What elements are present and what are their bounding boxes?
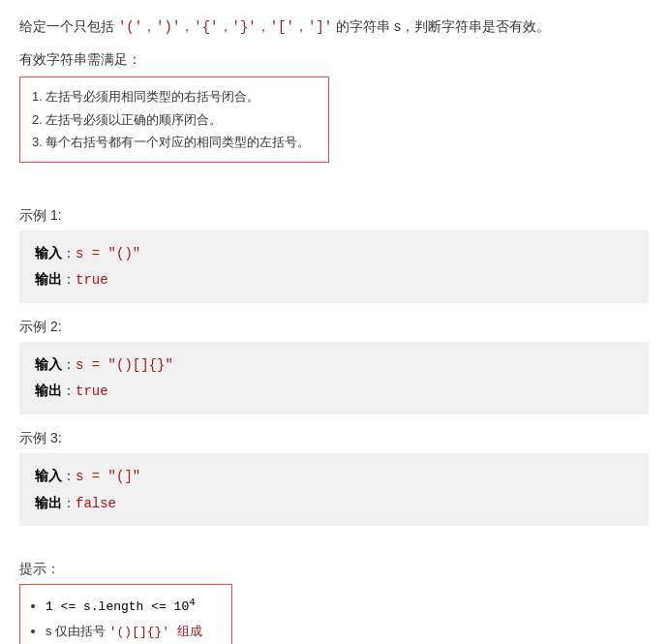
example-1-output: 输出：true: [35, 266, 633, 293]
title-chars: '('，')'，'{'，'}'，'['，']': [118, 19, 332, 35]
example-3-output-label: 输出: [35, 495, 62, 510]
example-1-input: 输入：s = "()": [35, 240, 633, 267]
rule-3: 3. 每个右括号都有一个对应的相同类型的左括号。: [32, 131, 317, 153]
example-3-output-value: false: [76, 496, 116, 511]
example-2-label: 示例 2:: [19, 319, 649, 336]
example-3-input-value: s = "(]": [76, 469, 140, 484]
example-1-box: 输入：s = "()" 输出：true: [19, 230, 649, 303]
example-2-output-value: true: [76, 383, 108, 399]
example-1-input-label: 输入: [35, 245, 62, 261]
hint-label: 提示：: [19, 561, 649, 578]
hint-1-text: 1 <= s.length <= 104: [46, 599, 196, 614]
hint-2: s 仅由括号 '()[]{}' 组成: [46, 620, 220, 644]
example-3-box: 输入：s = "(]" 输出：false: [19, 453, 649, 526]
example-2-output-label: 输出: [35, 383, 62, 398]
example-1-input-value: s = "()": [76, 246, 140, 261]
example-2-input-value: s = "()[]{}": [76, 357, 173, 373]
title-suffix: 的字符串 s，判断字符串是否有效。: [332, 18, 550, 34]
title-prefix: 给定一个只包括: [19, 18, 118, 34]
example-3-label: 示例 3:: [19, 430, 649, 447]
example-2-box: 输入：s = "()[]{}" 输出：true: [19, 342, 649, 414]
hint-2-prefix: s 仅由括号: [46, 624, 109, 638]
hint-2-chars: '()[]{}' 组成: [109, 625, 202, 639]
example-1-output-label: 输出: [35, 271, 62, 287]
rule-2: 2. 左括号必须以正确的顺序闭合。: [32, 108, 317, 131]
colon-1: ：: [62, 245, 76, 261]
hint-box: 1 <= s.length <= 104 s 仅由括号 '()[]{}' 组成: [19, 584, 232, 644]
example-2-output: 输出：true: [35, 378, 633, 405]
rule-1: 1. 左括号必须用相同类型的右括号闭合。: [32, 85, 317, 107]
colon-2: ：: [62, 271, 76, 287]
example-3-output: 输出：false: [35, 490, 633, 517]
subtitle: 有效字符串需满足：: [19, 51, 649, 69]
hint-1: 1 <= s.length <= 104: [46, 593, 220, 620]
problem-title: 给定一个只包括 '('，')'，'{'，'}'，'['，']' 的字符串 s，判…: [19, 15, 649, 38]
example-3-input-label: 输入: [35, 468, 62, 483]
example-2-input: 输入：s = "()[]{}": [35, 352, 633, 379]
example-3-input: 输入：s = "(]": [35, 463, 633, 490]
example-1-label: 示例 1:: [19, 207, 649, 225]
rules-box: 1. 左括号必须用相同类型的右括号闭合。 2. 左括号必须以正确的顺序闭合。 3…: [19, 77, 329, 162]
example-2-input-label: 输入: [35, 356, 62, 372]
example-1-output-value: true: [76, 272, 108, 288]
